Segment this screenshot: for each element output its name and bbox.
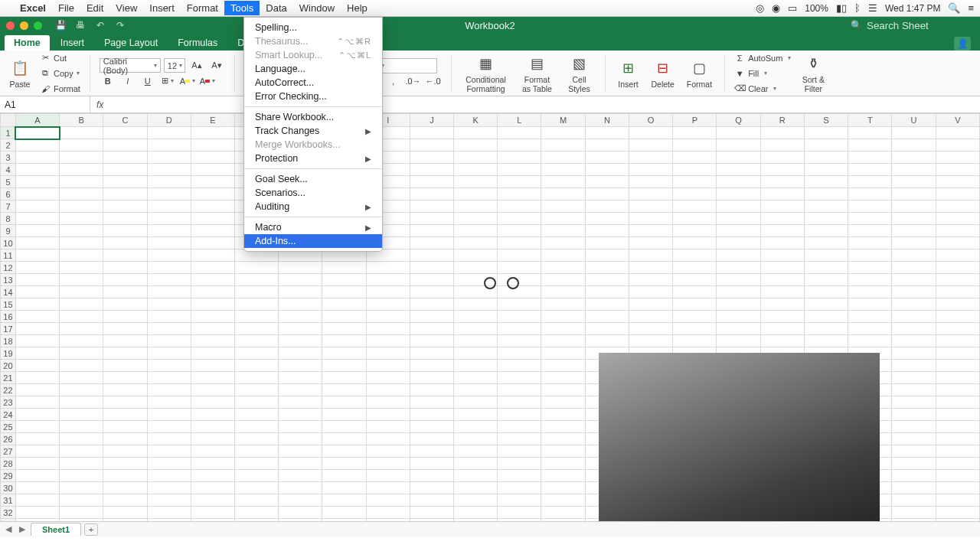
cell[interactable] [147, 176, 191, 188]
cell[interactable] [498, 335, 541, 347]
cell[interactable] [410, 274, 453, 286]
cell[interactable] [279, 335, 322, 347]
cell-styles-button[interactable]: ▧Cell Styles [564, 53, 596, 93]
cell[interactable] [60, 164, 103, 176]
cell[interactable] [454, 494, 498, 507]
cell[interactable] [15, 298, 59, 311]
cell[interactable] [454, 482, 498, 494]
cell[interactable] [498, 249, 541, 262]
cell[interactable] [60, 213, 103, 225]
cell[interactable] [673, 176, 717, 188]
cell[interactable] [235, 470, 279, 482]
cell[interactable] [454, 396, 498, 409]
cell[interactable] [541, 384, 585, 396]
cell[interactable] [498, 225, 541, 237]
cell[interactable] [366, 433, 410, 445]
cell[interactable] [848, 323, 892, 335]
cell[interactable] [191, 360, 234, 372]
cell[interactable] [191, 372, 234, 384]
cell[interactable] [60, 470, 103, 482]
cell[interactable] [147, 237, 191, 249]
cell[interactable] [541, 421, 585, 433]
cell[interactable] [629, 262, 672, 274]
cell[interactable] [147, 311, 191, 323]
wifi-icon[interactable]: ☰ [868, 2, 877, 14]
cell[interactable] [15, 152, 59, 164]
menubar-item-view[interactable]: View [109, 1, 143, 15]
cell[interactable] [892, 433, 936, 445]
cell[interactable] [103, 482, 147, 494]
cell[interactable] [322, 396, 366, 409]
cell[interactable] [936, 298, 979, 311]
cell[interactable] [892, 237, 936, 249]
cell[interactable] [191, 335, 234, 347]
cell[interactable] [454, 262, 498, 274]
cell[interactable] [498, 262, 541, 274]
cell[interactable] [410, 347, 453, 360]
clock[interactable]: Wed 1:47 PM [885, 3, 940, 14]
cell[interactable] [541, 164, 585, 176]
cell[interactable] [673, 323, 717, 335]
italic-button[interactable]: I [119, 73, 136, 89]
cell[interactable] [322, 482, 366, 494]
menubar-app[interactable]: Excel [14, 1, 52, 15]
cell[interactable] [60, 396, 103, 409]
cell[interactable] [804, 323, 848, 335]
cell[interactable] [804, 286, 848, 298]
cell[interactable] [15, 347, 59, 360]
ribbon-tab-formulas[interactable]: Formulas [168, 35, 227, 51]
cell[interactable] [191, 347, 234, 360]
cell[interactable] [936, 384, 979, 396]
cell[interactable] [147, 201, 191, 213]
cell[interactable] [848, 274, 892, 286]
cell[interactable] [454, 445, 498, 458]
cell[interactable] [454, 152, 498, 164]
cell[interactable] [760, 262, 804, 274]
cell[interactable] [498, 164, 541, 176]
save-icon[interactable]: 💾 [54, 20, 67, 31]
cell[interactable] [191, 421, 234, 433]
cell[interactable] [147, 249, 191, 262]
cell[interactable] [717, 201, 760, 213]
cell[interactable] [60, 458, 103, 470]
close-window-button[interactable] [6, 21, 15, 30]
cell[interactable] [804, 127, 848, 139]
cell[interactable] [103, 384, 147, 396]
cell[interactable] [410, 409, 453, 421]
cell[interactable] [760, 249, 804, 262]
cell[interactable] [103, 164, 147, 176]
cell[interactable] [410, 396, 453, 409]
cell[interactable] [191, 323, 234, 335]
cell[interactable] [892, 507, 936, 519]
cell[interactable] [936, 396, 979, 409]
cell[interactable] [585, 323, 629, 335]
cell[interactable] [279, 286, 322, 298]
cell[interactable] [892, 139, 936, 152]
cell[interactable] [454, 249, 498, 262]
cell[interactable] [892, 409, 936, 421]
cell[interactable] [147, 274, 191, 286]
cell[interactable] [103, 347, 147, 360]
cell[interactable] [322, 409, 366, 421]
row-header[interactable]: 16 [1, 311, 16, 323]
cell[interactable] [235, 433, 279, 445]
cell[interactable] [936, 445, 979, 458]
cell[interactable] [410, 139, 453, 152]
cell[interactable] [15, 409, 59, 421]
cell[interactable] [410, 323, 453, 335]
cell[interactable] [60, 384, 103, 396]
cell[interactable] [717, 237, 760, 249]
cell[interactable] [936, 470, 979, 482]
cell[interactable] [892, 286, 936, 298]
cell[interactable] [60, 311, 103, 323]
cell[interactable] [15, 384, 59, 396]
cell[interactable] [147, 482, 191, 494]
status-icon[interactable]: ◉ [772, 2, 780, 14]
cell[interactable] [673, 262, 717, 274]
cell[interactable] [717, 225, 760, 237]
cell[interactable] [760, 139, 804, 152]
cell[interactable] [410, 507, 453, 519]
cell[interactable] [235, 323, 279, 335]
cell[interactable] [673, 311, 717, 323]
cell[interactable] [147, 360, 191, 372]
